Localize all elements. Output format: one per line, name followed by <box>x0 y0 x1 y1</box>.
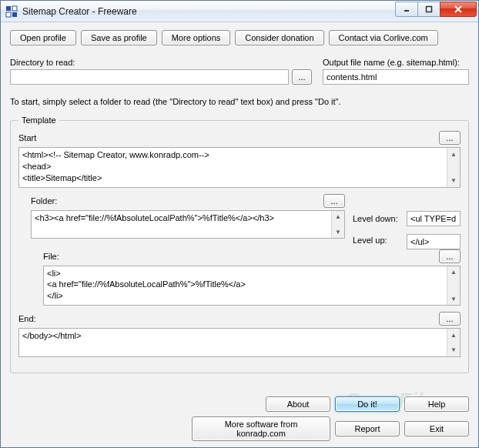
app-icon <box>5 5 18 18</box>
end-label: End: <box>18 314 36 323</box>
instruction-text: To start, simply select a folder to read… <box>10 97 469 106</box>
do-it-button[interactable]: Do it! <box>335 396 400 412</box>
svg-rect-0 <box>6 6 11 11</box>
bottom-bar: About Do it! Help More software from kon… <box>10 396 469 441</box>
level-down-label: Level down: <box>353 214 399 223</box>
top-toolbar: Open profile Save as profile More option… <box>10 30 469 45</box>
file-label: File: <box>43 252 59 261</box>
close-button[interactable] <box>440 2 477 17</box>
svg-rect-3 <box>12 12 17 17</box>
app-window: Sitemap Creator - Freeware Open profile … <box>0 0 479 448</box>
file-scrollbar[interactable]: ▲ ▼ <box>447 266 460 306</box>
directory-label: Directory to read: <box>10 58 312 67</box>
contact-button[interactable]: Contact via Corlive.com <box>329 30 438 45</box>
client-area: Open profile Save as profile More option… <box>1 22 478 447</box>
minimize-button[interactable] <box>395 2 418 17</box>
end-browse-button[interactable]: ... <box>439 312 461 326</box>
about-button[interactable]: About <box>266 396 330 412</box>
folder-label: Folder: <box>31 196 57 206</box>
folder-browse-button[interactable]: ... <box>323 194 345 208</box>
start-scrollbar[interactable]: ▲ ▼ <box>447 148 460 187</box>
scroll-down-icon[interactable]: ▼ <box>447 293 460 305</box>
scroll-up-icon[interactable]: ▲ <box>447 329 460 341</box>
file-textarea[interactable] <box>44 266 446 304</box>
output-input[interactable] <box>323 69 469 85</box>
level-up-label: Level up: <box>353 236 399 245</box>
file-browse-button[interactable]: ... <box>439 249 461 263</box>
report-button[interactable]: Report <box>335 421 400 436</box>
template-group: Template Start ... ▲ ▼ <box>10 115 469 373</box>
level-down-input[interactable] <box>407 211 461 226</box>
end-textarea[interactable] <box>19 329 446 355</box>
scroll-up-icon[interactable]: ▲ <box>447 148 460 160</box>
directory-input[interactable] <box>10 69 289 85</box>
start-label: Start <box>18 133 36 142</box>
output-label: Output file name (e.g. sitemap.html): <box>323 58 469 67</box>
scroll-down-icon[interactable]: ▼ <box>447 344 460 356</box>
help-button[interactable]: Help <box>404 396 469 412</box>
more-options-button[interactable]: More options <box>162 30 231 45</box>
directory-browse-button[interactable]: ... <box>292 69 312 85</box>
level-up-input[interactable] <box>407 234 461 249</box>
svg-rect-1 <box>12 6 17 11</box>
start-browse-button[interactable]: ... <box>439 131 461 145</box>
folder-scrollbar[interactable]: ▲ ▼ <box>331 211 344 239</box>
window-title: Sitemap Creator - Freeware <box>22 6 396 17</box>
maximize-button[interactable] <box>417 2 440 17</box>
scroll-up-icon[interactable]: ▲ <box>447 266 460 279</box>
start-textarea[interactable] <box>19 148 446 186</box>
scroll-down-icon[interactable]: ▼ <box>332 226 344 238</box>
exit-button[interactable]: Exit <box>404 421 469 436</box>
template-legend: Template <box>18 115 59 125</box>
consider-donation-button[interactable]: Consider donation <box>235 30 323 45</box>
titlebar: Sitemap Creator - Freeware <box>1 1 478 22</box>
window-controls <box>396 2 477 17</box>
svg-rect-2 <box>6 12 11 17</box>
scroll-down-icon[interactable]: ▼ <box>447 175 460 187</box>
end-scrollbar[interactable]: ▲ ▼ <box>447 329 460 356</box>
save-profile-button[interactable]: Save as profile <box>81 30 157 45</box>
folder-textarea[interactable] <box>32 211 330 237</box>
svg-rect-5 <box>427 6 432 12</box>
open-profile-button[interactable]: Open profile <box>10 30 76 45</box>
path-row: Directory to read: ... Output file name … <box>10 58 469 85</box>
more-software-button[interactable]: More software from konradp.com <box>192 416 330 441</box>
scroll-up-icon[interactable]: ▲ <box>332 211 344 223</box>
